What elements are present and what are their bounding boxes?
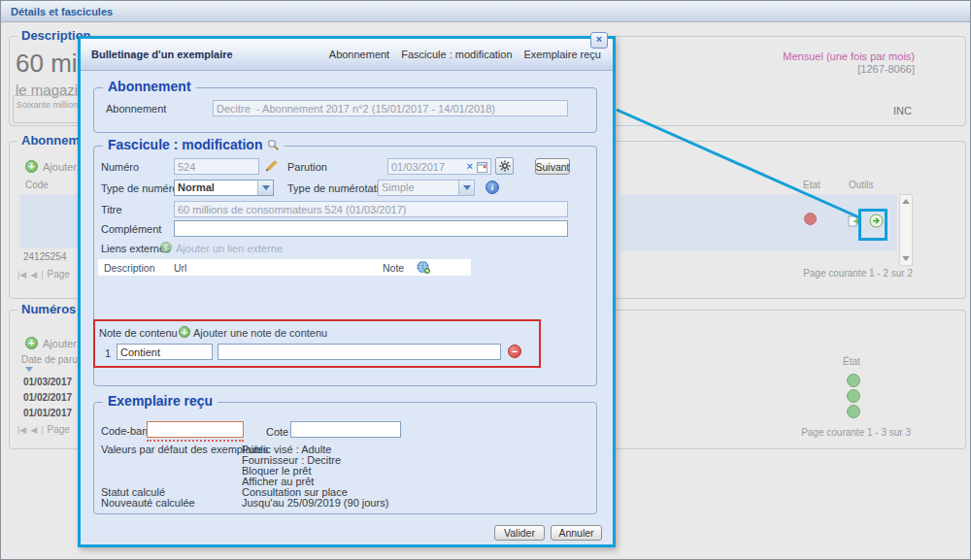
page-title: Détails et fascicules (11, 6, 113, 17)
dialog-titlebar: Bulletinage d'un exemplaire Abonnement F… (81, 39, 613, 71)
pager-label: Page (48, 424, 70, 435)
cote-label: Cote (266, 426, 288, 438)
scroll-down-icon[interactable] (900, 252, 912, 265)
frequency-label: Mensuel (une fois par mois) (783, 50, 915, 62)
add-icon[interactable]: + (25, 160, 38, 173)
subscription-row-right[interactable] (619, 194, 897, 250)
abonnement-label: Abonnement (106, 103, 166, 115)
add-icon[interactable]: + (179, 326, 190, 338)
valider-button[interactable]: Valider (494, 525, 545, 541)
serial-note: Soixante millions (17, 100, 83, 110)
exemplaire-section-title: Exemplaire reçu (103, 393, 218, 409)
pager-first-icon[interactable]: |◀ (17, 425, 26, 435)
cote-field[interactable] (290, 421, 401, 438)
pager-prev-icon[interactable]: ◀ (30, 270, 37, 280)
add-icon[interactable]: + (25, 337, 38, 349)
remove-note-icon[interactable]: − (508, 345, 521, 358)
column-header-etat: Etat (803, 180, 820, 190)
subscription-status-dot (804, 213, 817, 225)
calendar-icon[interactable] (477, 161, 487, 173)
abonnements-pager: |◀◀|Page (17, 269, 70, 280)
col-note: Note (383, 262, 404, 274)
numeros-panel-title: Numéros (17, 302, 80, 316)
note-row-index: 1 (105, 347, 111, 359)
add-issue-button[interactable]: Ajouter (43, 338, 77, 349)
column-header-etat: État (843, 356, 860, 367)
publisher-code: INC (893, 105, 912, 116)
nav-fascicule[interactable]: Fascicule : modification (401, 49, 512, 60)
fascicule-section-title: Fascicule : modification (103, 137, 285, 152)
subscription-code-value: 24125254 (23, 251, 67, 262)
bulletinage-dialog: × Bulletinage d'un exemplaire Abonnement… (78, 36, 616, 547)
highlight-box-icon (858, 209, 887, 241)
numero-label: Numéro (101, 161, 139, 173)
required-field-underline (147, 438, 244, 442)
magnifier-icon[interactable] (267, 139, 280, 151)
column-header-code: Code (25, 180, 49, 190)
table-scrollbar[interactable] (899, 194, 913, 266)
scroll-up-icon[interactable] (900, 195, 912, 208)
nav-exemplaire[interactable]: Exemplaire reçu (524, 49, 601, 60)
subscription-row-left[interactable] (19, 194, 80, 248)
generate-button[interactable] (495, 157, 514, 175)
add-subscription-button[interactable]: Ajouter (43, 161, 77, 173)
close-icon[interactable]: × (590, 32, 608, 49)
column-header-date[interactable]: Date de parution (21, 354, 85, 365)
code-barres-field[interactable] (147, 421, 244, 438)
type-numero-label: Type de numéro (101, 182, 179, 194)
issue-date[interactable]: 01/02/2017 (23, 392, 72, 403)
nouveaute-label: Nouveauté calculée (101, 497, 195, 509)
note-contenu-label: Note de contenu (99, 327, 178, 339)
issue-date[interactable]: 01/01/2017 (23, 408, 72, 418)
chevron-down-icon (458, 181, 474, 195)
suivant-button[interactable]: Suivant (535, 158, 570, 175)
issn-label: [1267-8066] (857, 63, 915, 75)
dialog-nav: Abonnement Fascicule : modification Exem… (329, 49, 613, 60)
parution-field: 01/03/2017 × (387, 158, 491, 175)
titre-label: Titre (101, 204, 122, 215)
pager-label: Page (48, 269, 70, 280)
globe-icon[interactable] (417, 260, 430, 274)
dialog-title: Bulletinage d'un exemplaire (81, 49, 329, 60)
sort-desc-icon[interactable] (25, 367, 33, 372)
col-description: Description (104, 262, 155, 274)
note-contenu-highlight: Note de contenu + Ajouter une note de co… (93, 319, 541, 368)
pager-prev-icon[interactable]: ◀ (30, 425, 37, 435)
abonnement-field (213, 100, 568, 116)
type-numerotation-select: Simple (378, 180, 475, 196)
issue-status-dot (847, 389, 860, 403)
note-type-field[interactable] (117, 344, 213, 360)
annuler-button[interactable]: Annuler (551, 525, 602, 541)
complement-label: Complément (101, 223, 161, 235)
gear-icon (499, 160, 511, 172)
numeros-pager: |◀◀|Page (17, 424, 70, 435)
issue-status-dot (847, 405, 860, 418)
add-link-button[interactable]: Ajouter un lien externe (176, 243, 283, 254)
parution-label: Parution (287, 161, 327, 173)
page-header: Détails et fascicules (1, 1, 970, 22)
col-url: Url (174, 262, 186, 274)
nouveaute-value: Jusqu'au 25/09/2019 (90 jours) (242, 497, 388, 509)
titre-field (174, 201, 568, 217)
numero-field (174, 158, 259, 175)
chevron-down-icon[interactable] (257, 181, 273, 195)
abonnement-section-title: Abonnement (103, 79, 196, 94)
issue-date[interactable]: 01/03/2017 (23, 377, 72, 387)
type-numerotation-label: Type de numérotation (287, 182, 390, 194)
complement-field[interactable] (174, 220, 568, 237)
issue-status-dot (847, 374, 860, 387)
column-header-outils: Outils (849, 180, 874, 190)
add-note-button[interactable]: Ajouter une note de contenu (193, 327, 327, 339)
pager-first-icon[interactable]: |◀ (17, 270, 26, 280)
clear-date-icon[interactable]: × (467, 161, 473, 172)
info-icon[interactable]: i (486, 181, 499, 194)
app-window: Détails et fascicules Description 60 mil… (0, 0, 971, 560)
numeros-page-info: Page courante 1 - 3 sur 3 (801, 427, 911, 438)
liens-table-header: Description Url Note (98, 259, 471, 276)
abonnements-page-info: Page courante 1 - 2 sur 2 (803, 268, 913, 279)
type-numero-select[interactable]: Normal (174, 180, 274, 196)
add-icon[interactable]: + (160, 242, 172, 253)
edit-pencil-icon[interactable] (264, 158, 279, 173)
note-text-field[interactable] (218, 344, 501, 360)
nav-abonnement[interactable]: Abonnement (329, 49, 389, 60)
